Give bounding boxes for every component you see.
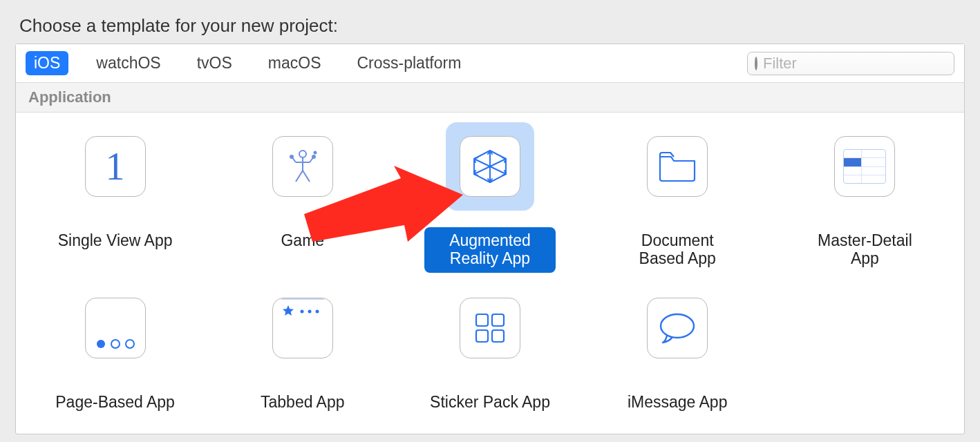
page-based-icon [85, 298, 146, 358]
platform-tabs: iOS watchOS tvOS macOS Cross-platform [26, 51, 469, 75]
iconwell [446, 122, 534, 211]
iconwell [258, 284, 347, 372]
svg-point-14 [97, 340, 105, 348]
template-label: Game [275, 227, 330, 254]
master-detail-icon [834, 136, 895, 197]
template-label: Tabbed App [255, 389, 350, 416]
page-title: Choose a template for your new project: [0, 0, 980, 44]
tab-tvos[interactable]: tvOS [189, 51, 241, 75]
template-grid: 1 Single View App [16, 113, 964, 434]
iconwell [633, 122, 722, 211]
template-label: Page-Based App [50, 389, 180, 416]
svg-point-16 [126, 340, 134, 348]
template-label: Master-Detail App [799, 227, 930, 273]
template-document-based-app[interactable]: Document Based App [584, 118, 771, 273]
template-master-detail-app[interactable]: Master-Detail App [771, 118, 959, 273]
folder-icon [647, 136, 708, 197]
tab-cross-platform[interactable]: Cross-platform [348, 51, 469, 75]
template-label: Sticker Pack App [424, 389, 556, 416]
single-view-icon: 1 [85, 136, 146, 197]
svg-rect-20 [476, 314, 488, 326]
iconwell [71, 284, 160, 372]
game-icon [272, 136, 333, 197]
template-sticker-pack-app[interactable]: Sticker Pack App [396, 280, 583, 416]
template-label: Augmented Reality App [424, 227, 556, 273]
template-tabbed-app[interactable]: Tabbed App [209, 280, 396, 416]
template-page-based-app[interactable]: Page-Based App [21, 280, 209, 416]
section-header-application: Application [16, 83, 964, 113]
svg-point-7 [290, 155, 293, 158]
svg-point-15 [111, 340, 120, 348]
tab-watchos[interactable]: watchOS [88, 51, 169, 75]
iconwell [633, 284, 722, 372]
template-imessage-app[interactable]: iMessage App [584, 280, 771, 416]
template-single-view-app[interactable]: 1 Single View App [21, 118, 209, 273]
sticker-pack-icon [460, 298, 520, 358]
iconwell [446, 284, 534, 372]
tabbed-icon [272, 298, 333, 358]
tab-macos[interactable]: macOS [260, 51, 330, 75]
iconwell [820, 122, 909, 211]
svg-point-18 [308, 309, 311, 313]
svg-point-8 [312, 155, 315, 158]
template-label: Document Based App [612, 227, 743, 273]
svg-point-9 [314, 152, 316, 154]
tab-ios[interactable]: iOS [26, 51, 68, 75]
svg-rect-21 [492, 314, 504, 326]
toolbar: iOS watchOS tvOS macOS Cross-platform [16, 44, 964, 83]
template-label: iMessage App [622, 389, 733, 416]
template-panel: iOS watchOS tvOS macOS Cross-platform Ap… [15, 44, 965, 434]
iconwell: 1 [71, 122, 160, 211]
filter-icon [755, 57, 757, 70]
svg-rect-23 [492, 330, 504, 342]
svg-point-19 [315, 309, 319, 313]
filter-field[interactable] [747, 52, 954, 75]
template-game[interactable]: Game [209, 118, 396, 273]
filter-input[interactable] [763, 55, 953, 73]
template-label: Single View App [53, 227, 178, 254]
svg-point-0 [299, 151, 306, 157]
ar-icon [460, 136, 520, 197]
imessage-icon [647, 298, 708, 358]
template-augmented-reality-app[interactable]: Augmented Reality App [396, 118, 583, 273]
svg-point-24 [661, 314, 694, 338]
iconwell [258, 122, 347, 211]
svg-line-3 [296, 171, 303, 182]
svg-rect-22 [476, 330, 488, 342]
svg-point-17 [300, 309, 303, 313]
svg-line-4 [303, 171, 310, 182]
